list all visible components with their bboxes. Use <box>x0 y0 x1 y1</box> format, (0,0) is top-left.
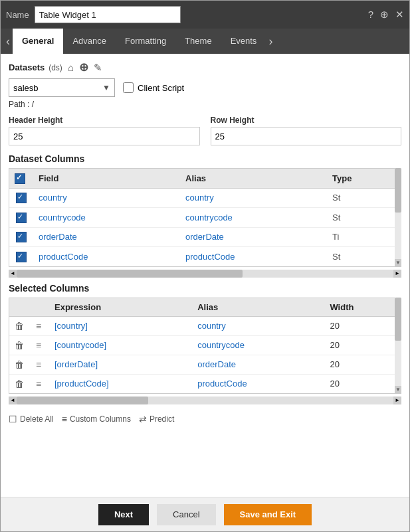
ds-table-hscroll[interactable]: ◄ ► <box>9 270 401 278</box>
row2-type: St <box>327 208 401 228</box>
delete-row3-icon[interactable]: 🗑 <box>15 359 24 370</box>
tab-theme[interactable]: Theme <box>175 29 221 54</box>
row1-checkbox[interactable] <box>16 193 27 203</box>
save-exit-button[interactable]: Save and Exit <box>224 504 312 525</box>
dataset-select[interactable]: salesb ▼ <box>9 78 115 97</box>
ds-hscroll-left[interactable]: ◄ <box>9 270 17 278</box>
sel-table-vscroll[interactable]: ▼ <box>395 298 401 394</box>
widget-window: Name ? ⊕ ✕ ‹ General Advance Formatting … <box>0 0 410 532</box>
selected-row: 🗑 ≡ [country] country 20 <box>9 316 401 335</box>
row-height-group: Row Height <box>211 116 402 145</box>
selected-columns-table: Expression Alias Width 🗑 ≡ [country] cou… <box>9 298 401 393</box>
content-area: Datasets (ds) ⌂ ⊕ ✎ salesb ▼ Client Scri… <box>1 54 409 497</box>
eq-row3-icon: ≡ <box>36 359 41 370</box>
sel-col-alias-header: Alias <box>192 298 324 317</box>
home-icon[interactable]: ⌂ <box>68 62 74 73</box>
tab-bar: ‹ General Advance Formatting Theme Event… <box>1 29 409 54</box>
close-icon[interactable]: ✕ <box>395 9 404 21</box>
delete-row1-icon[interactable]: 🗑 <box>15 321 24 331</box>
tab-left-arrow[interactable]: ‹ <box>3 35 13 48</box>
row3-alias: orderDate <box>180 227 327 247</box>
row1-alias: country <box>180 188 327 208</box>
table-row: orderDate orderDate Ti <box>9 227 401 247</box>
delete-row4-icon[interactable]: 🗑 <box>15 379 24 389</box>
title-bar-icons: ? ⊕ ✕ <box>368 9 404 21</box>
selected-row: 🗑 ≡ [orderDate] orderDate 20 <box>9 355 401 374</box>
predict-icon: ⇄ <box>139 414 147 424</box>
sel-row4-expr: [productCode] <box>49 374 192 393</box>
selected-columns-table-wrapper: Expression Alias Width 🗑 ≡ [country] cou… <box>9 298 401 394</box>
datasets-label: Datasets <box>9 62 45 72</box>
sel-row4-width: 20 <box>324 374 401 393</box>
sel-table-vscroll-down[interactable]: ▼ <box>395 386 401 394</box>
predict-action[interactable]: ⇄ Predict <box>139 414 174 424</box>
delete-all-action[interactable]: ☐ Delete All <box>9 414 54 424</box>
name-label: Name <box>6 10 29 20</box>
row2-field: countrycode <box>33 208 180 228</box>
table-row: country country St <box>9 188 401 208</box>
header-height-group: Header Height <box>9 116 200 145</box>
ds-hscroll-right[interactable]: ► <box>393 270 401 278</box>
datasets-row: Datasets (ds) ⌂ ⊕ ✎ <box>9 60 401 74</box>
eq-row1-icon: ≡ <box>36 321 41 331</box>
footer: Next Cancel Save and Exit <box>1 497 409 531</box>
sel-col-expr-header: Expression <box>49 298 192 317</box>
dataset-select-row: salesb ▼ Client Script <box>9 78 401 97</box>
sel-hscroll-left[interactable]: ◄ <box>9 397 17 404</box>
sel-col-del-header <box>9 298 31 317</box>
client-script-checkbox[interactable] <box>123 82 134 93</box>
client-script-row: Client Script <box>123 82 184 93</box>
tab-advance[interactable]: Advance <box>63 29 116 54</box>
next-button[interactable]: Next <box>98 504 149 525</box>
ds-table-vscroll[interactable]: ▼ <box>395 168 401 267</box>
path-label: Path : <box>9 100 29 109</box>
row4-type: St <box>327 247 401 266</box>
row3-checkbox[interactable] <box>16 232 27 242</box>
row4-checkbox[interactable] <box>16 252 27 262</box>
table-row: countrycode countrycode St <box>9 208 401 228</box>
table-row: productCode productCode St <box>9 247 401 266</box>
select-arrow-icon: ▼ <box>102 83 110 92</box>
ds-table-vscroll-down[interactable]: ▼ <box>395 259 401 267</box>
predict-label: Predict <box>150 414 174 424</box>
sel-row1-width: 20 <box>324 316 401 335</box>
sel-table-hscroll[interactable]: ◄ ► <box>9 397 401 404</box>
help-icon[interactable]: ? <box>368 9 373 21</box>
dataset-columns-table-wrapper: Field Alias Type country country St <box>9 168 401 267</box>
select-all-checkbox[interactable] <box>15 173 25 184</box>
ds-col-alias-header: Alias <box>180 169 327 188</box>
sel-row2-alias: countrycode <box>192 335 324 355</box>
custom-columns-action[interactable]: ≡ Custom Columns <box>62 414 131 424</box>
edit-dataset-icon[interactable]: ✎ <box>94 62 102 74</box>
path-row: Path : / <box>9 100 401 109</box>
row-height-input[interactable] <box>211 127 402 145</box>
sel-row3-width: 20 <box>324 355 401 374</box>
sel-hscroll-right[interactable]: ► <box>393 397 401 404</box>
tab-general[interactable]: General <box>13 29 63 54</box>
sel-row3-alias: orderDate <box>192 355 324 374</box>
row-height-label: Row Height <box>211 116 402 125</box>
row2-checkbox[interactable] <box>16 213 27 223</box>
sel-row1-alias: country <box>192 316 324 335</box>
ds-short-label: (ds) <box>49 63 62 72</box>
tab-formatting[interactable]: Formatting <box>116 29 175 54</box>
add-dataset-icon[interactable]: ⊕ <box>79 60 88 74</box>
sel-col-width-header: Width <box>324 298 401 317</box>
path-value: / <box>32 100 34 109</box>
row4-alias: productCode <box>180 247 327 266</box>
delete-row2-icon[interactable]: 🗑 <box>15 340 24 351</box>
sel-row2-expr: [countrycode] <box>49 335 192 355</box>
tab-right-arrow[interactable]: › <box>266 35 275 48</box>
header-height-input[interactable] <box>9 127 200 145</box>
cancel-button[interactable]: Cancel <box>157 504 215 525</box>
selected-columns-title: Selected Columns <box>9 283 401 294</box>
delete-all-label: Delete All <box>20 414 54 424</box>
widget-name-input[interactable] <box>35 6 181 23</box>
client-script-label: Client Script <box>138 83 184 93</box>
sel-row3-expr: [orderDate] <box>49 355 192 374</box>
tab-events[interactable]: Events <box>221 29 266 54</box>
ds-col-type-header: Type <box>327 169 401 188</box>
move-icon[interactable]: ⊕ <box>380 9 389 21</box>
height-row: Header Height Row Height <box>9 116 401 145</box>
ds-col-field-header: Field <box>33 169 180 188</box>
